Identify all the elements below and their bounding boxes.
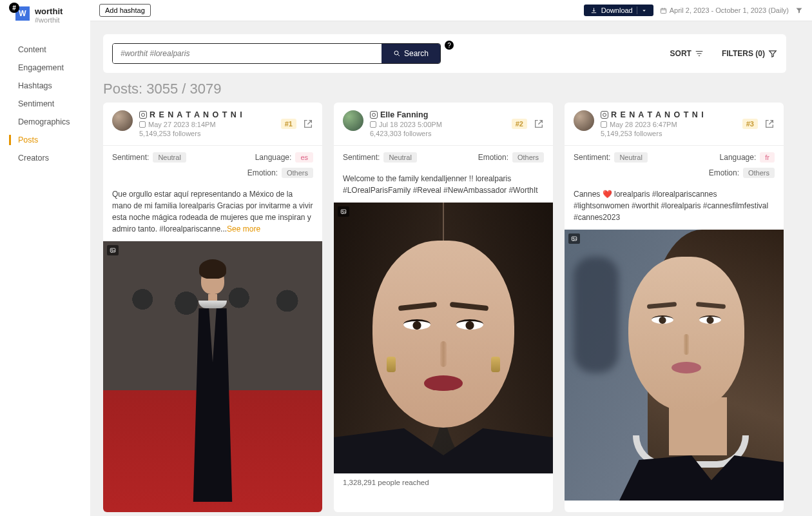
post-body: Cannes ❤️ lorealparis #lorealpariscannes…: [565, 184, 784, 230]
post-date: Jul 18 2023 5:00PM: [379, 121, 442, 128]
svg-point-3: [111, 250, 113, 251]
brand-name: worthit: [35, 6, 63, 16]
download-icon: [590, 7, 597, 14]
emotion-value: Others: [512, 152, 544, 163]
calendar-icon: [139, 121, 146, 128]
external-link-icon[interactable]: [534, 119, 544, 129]
post-rank: #1: [281, 119, 296, 129]
post-image[interactable]: [103, 241, 322, 512]
search-box: Search: [112, 43, 441, 64]
search-button[interactable]: Search: [382, 44, 440, 63]
calendar-icon: [370, 121, 376, 128]
post-rank: #2: [512, 119, 527, 129]
image-type-icon: [338, 206, 349, 217]
sentiment-value: Neutral: [614, 152, 647, 163]
filters-button[interactable]: FILTERS (0): [722, 49, 777, 58]
nav-sentiment[interactable]: Sentiment: [0, 95, 90, 113]
sort-label: SORT: [670, 49, 691, 58]
caret-down-icon: [641, 8, 647, 14]
posts-header: Posts: 3055 / 3079: [103, 81, 799, 97]
image-type-icon: [107, 245, 119, 255]
nav-hashtags[interactable]: Hashtags: [0, 77, 90, 95]
post-card: R E N A T A N O T N I May 28 2023 6:47PM…: [565, 103, 784, 512]
see-more-link[interactable]: See more: [227, 224, 260, 233]
calendar-icon: [660, 7, 667, 14]
post-followers: 6,423,303 followers: [370, 130, 505, 137]
sidebar-nav: Content Engagement Hashtags Sentiment De…: [0, 34, 90, 167]
post-image[interactable]: [565, 230, 784, 501]
instagram-icon: [601, 111, 608, 119]
post-rank: #3: [742, 119, 758, 129]
search-button-label: Search: [404, 49, 429, 58]
date-range[interactable]: April 2, 2023 - October 1, 2023 (Daily): [660, 6, 789, 14]
sentiment-label: Sentiment:: [112, 153, 149, 162]
sentiment-label: Sentiment:: [343, 153, 380, 162]
sort-button[interactable]: SORT: [670, 49, 704, 58]
post-body: Que orgullo estar aquí representando a M…: [103, 184, 322, 241]
post-handle[interactable]: Elle Fanning: [380, 110, 428, 119]
add-hashtag-button[interactable]: Add hashtag: [99, 4, 151, 17]
date-range-label: April 2, 2023 - October 1, 2023 (Daily): [670, 6, 789, 14]
nav-engagement[interactable]: Engagement: [0, 59, 90, 77]
language-value: es: [295, 152, 313, 163]
nav-content[interactable]: Content: [0, 41, 90, 59]
instagram-icon: [370, 111, 378, 119]
post-body: Welcome to the family kendalljenner !! l…: [334, 169, 553, 203]
posts-grid: R E N A T A N O T N I May 27 2023 8:14PM…: [90, 103, 812, 516]
post-date: May 27 2023 8:14PM: [148, 121, 216, 128]
main: Add hashtag Download April 2, 2023 - Oct…: [90, 0, 812, 516]
emotion-value: Others: [743, 168, 775, 178]
emotion-label: Emotion:: [478, 153, 508, 162]
nav-creators[interactable]: Creators: [0, 149, 90, 167]
search-input[interactable]: [113, 44, 382, 63]
image-type-icon: [568, 233, 580, 244]
help-icon[interactable]: ?: [445, 41, 454, 50]
avatar[interactable]: [112, 110, 133, 131]
avatar[interactable]: [574, 110, 594, 131]
search-icon: [393, 50, 401, 57]
filters-label: FILTERS (0): [722, 49, 765, 58]
sentiment-value: Neutral: [383, 152, 416, 163]
sort-icon: [695, 49, 704, 58]
svg-point-5: [342, 211, 343, 212]
post-date: May 28 2023 6:47PM: [610, 121, 677, 128]
nav-posts[interactable]: Posts: [0, 131, 90, 149]
emotion-label: Emotion:: [247, 168, 278, 177]
emotion-label: Emotion:: [709, 168, 739, 177]
funnel-icon[interactable]: [795, 6, 803, 14]
post-card: Elle Fanning Jul 18 2023 5:00PM 6,423,30…: [334, 103, 553, 512]
language-label: Language:: [255, 153, 292, 162]
topbar: Add hashtag Download April 2, 2023 - Oct…: [90, 0, 812, 21]
post-followers: 5,149,253 followers: [139, 130, 275, 137]
avatar[interactable]: [343, 110, 363, 131]
calendar-icon: [601, 121, 607, 128]
download-button[interactable]: Download: [584, 5, 653, 16]
post-followers: 5,149,253 followers: [601, 130, 736, 137]
hash-icon: #: [9, 3, 19, 13]
svg-point-7: [573, 238, 574, 239]
post-handle[interactable]: R E N A T A N O T N I: [150, 110, 243, 119]
svg-rect-0: [661, 8, 666, 13]
post-reach: 1,328,291 people reached: [334, 473, 553, 491]
search-panel: Search ? SORT FILTERS (0): [103, 34, 786, 73]
post-handle[interactable]: R E N A T A N O T N I: [611, 110, 704, 119]
instagram-icon: [139, 111, 147, 119]
external-link-icon[interactable]: [303, 119, 313, 129]
nav-demographics[interactable]: Demographics: [0, 113, 90, 131]
sentiment-label: Sentiment:: [574, 153, 610, 162]
external-link-icon[interactable]: [764, 119, 775, 129]
filter-icon: [768, 49, 777, 58]
language-value: fr: [760, 152, 775, 163]
sidebar: # W worthit #worthit Content Engagement …: [0, 0, 90, 516]
download-label: Download: [601, 6, 633, 14]
post-image[interactable]: [334, 203, 553, 473]
svg-point-1: [394, 51, 398, 55]
emotion-value: Others: [282, 168, 313, 178]
brand: # W worthit #worthit: [0, 4, 90, 34]
language-label: Language:: [720, 153, 757, 162]
post-card: R E N A T A N O T N I May 27 2023 8:14PM…: [103, 103, 322, 512]
brand-tag: #worthit: [35, 16, 63, 24]
sentiment-value: Neutral: [153, 152, 186, 163]
